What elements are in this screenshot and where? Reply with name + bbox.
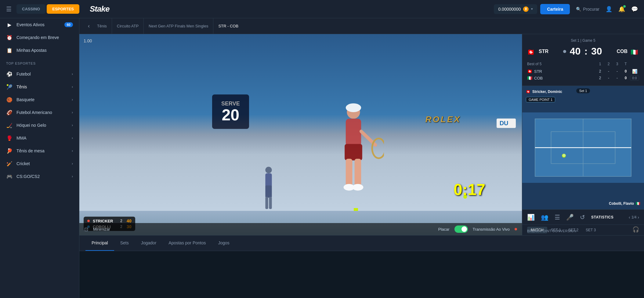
sidebar-label-apostas: Minhas Apostas — [16, 48, 73, 53]
sidebar-item-basquete[interactable]: 🏀 Basquete › — [0, 93, 79, 106]
sidebar-label-eventos: Eventos Ativos — [16, 22, 64, 27]
score-right: 30 — [591, 46, 602, 57]
arrow-icon-hoquei: › — [72, 123, 73, 127]
video-timestamp: 1.00 — [84, 38, 92, 43]
arrow-icon-tdm: › — [72, 149, 73, 153]
player1-court-flag: 🇨🇭 — [526, 90, 530, 94]
notifications-button[interactable]: 🔔 — [618, 6, 625, 12]
esportes-button[interactable]: ESPORTES — [47, 4, 79, 14]
tenis-icon: 🎾 — [6, 83, 13, 90]
breadcrumb-nextgen[interactable]: Next Gen ATP Finals Men Singles — [144, 18, 213, 34]
bar-chart-icon[interactable]: 📊 — [527, 214, 535, 221]
top-esportes-title: Top Esportes — [0, 57, 79, 68]
sidebar-label-futebol: Futebol — [16, 72, 72, 76]
tab-principal[interactable]: Principal — [85, 236, 114, 251]
search-button[interactable]: 🔍 Procurar — [576, 7, 599, 12]
breadcrumb-tenis[interactable]: Tênis — [97, 18, 112, 34]
messages-button[interactable]: 💬 — [631, 6, 638, 12]
toggle-knob — [461, 226, 467, 232]
rolex-brand: ROLEX — [425, 115, 461, 124]
str-label: STR — [539, 49, 548, 54]
balance-amount: 0.00000000 — [498, 7, 521, 12]
serve-dot — [563, 50, 566, 53]
breadcrumb-str-cob[interactable]: STR - COB — [213, 18, 243, 34]
hamburger-menu[interactable]: ☰ — [6, 5, 12, 13]
headphone-icon: 🎧 — [632, 226, 639, 233]
sidebar: ▶ Eventos Ativos 60 ⏰ Começando em Breve… — [0, 18, 79, 298]
player1-dot — [87, 220, 90, 222]
back-button[interactable]: ‹ — [85, 22, 92, 30]
sidebar-item-minhas-apostas[interactable]: 📋 Minhas Apostas — [0, 44, 79, 57]
svg-point-9 — [372, 138, 384, 158]
live-dot — [515, 228, 517, 230]
arrow-icon-mma: › — [72, 136, 73, 140]
tab-jogador[interactable]: Jogador — [135, 236, 163, 251]
minimizar-label: Minimizar — [93, 227, 110, 232]
balance-display[interactable]: 0.00000000 ₿ ▾ — [494, 4, 537, 14]
mic-icon[interactable]: 🎤 — [566, 214, 574, 221]
cob-s2: - — [604, 76, 613, 80]
sidebar-item-eventos-ativos[interactable]: ▶ Eventos Ativos 60 — [0, 18, 79, 31]
str-s1: 2 — [596, 69, 604, 73]
list-icon[interactable]: ☰ — [555, 214, 560, 221]
main-score-row: 🇨🇭 STR 40 : 30 COB 🇮🇹 — [527, 46, 639, 57]
stats-tab-set3[interactable]: SET 3 — [582, 227, 599, 233]
players-icon[interactable]: 👥 — [541, 214, 548, 221]
player2-court-name: Cobolli, Flavio — [609, 201, 634, 206]
search-label: Procurar — [583, 7, 599, 12]
sidebar-label-futebol-americano: Futebol Americano — [16, 110, 72, 115]
court-set-label: Set 1 — [576, 88, 590, 93]
cob-s3: - — [613, 76, 621, 80]
str-flag: 🇨🇭 — [527, 48, 536, 55]
stats-prev-btn[interactable]: ‹ — [629, 215, 630, 220]
scoreboard: Set 1 | Game 5 🇨🇭 STR 40 : 30 — [522, 34, 644, 86]
notification-dot — [623, 5, 626, 8]
score-center: 40 : 30 — [563, 46, 602, 57]
tab-jogos[interactable]: Jogos — [212, 236, 236, 251]
set-table: Best of 5 1 2 3 T 🇨🇭 STR 2 - - — [527, 61, 639, 81]
player1-court-label: 🇨🇭 Stricker, Dominic — [526, 90, 562, 94]
sidebar-label-tenis-de-mesa: Tênis de mesa — [16, 148, 72, 153]
sidebar-item-comecando[interactable]: ⏰ Começando em Breve — [0, 31, 79, 44]
placar-toggle[interactable] — [454, 225, 468, 233]
sidebar-item-futebol-americano[interactable]: 🏈 Futebol Americano › — [0, 106, 79, 119]
tab-apostas-por-pontos[interactable]: Apostas por Pontos — [162, 236, 212, 251]
sidebar-item-mma[interactable]: 🥊 MMA › — [0, 132, 79, 144]
sidebar-item-tenis-de-mesa[interactable]: 🏓 Tênis de mesa › — [0, 144, 79, 157]
svg-rect-13 — [265, 197, 268, 209]
arrow-icon-tenis: › — [72, 85, 73, 89]
col-t: T — [621, 62, 630, 66]
str-s2: - — [604, 69, 613, 73]
sidebar-item-hoquei[interactable]: 🏒 Hóquei no Gelo › — [0, 119, 79, 132]
breadcrumb-circuito[interactable]: Circuito ATP — [112, 18, 144, 34]
sidebar-item-tenis[interactable]: 🎾 Tênis › — [0, 80, 79, 93]
sidebar-item-futebol[interactable]: ⚽ Futebol › — [0, 68, 79, 80]
str-t: 0 — [621, 69, 630, 73]
player1-set: 2 — [120, 219, 122, 223]
set-table-header: Best of 5 1 2 3 T — [527, 61, 639, 67]
str-row-flag: 🇨🇭 — [527, 69, 532, 74]
coin-icon: ₿ — [523, 6, 529, 12]
cob-row-flag: 🇮🇹 — [527, 76, 532, 80]
casino-button[interactable]: CASSINO — [16, 4, 45, 14]
player1-name: STRICKER — [93, 219, 117, 223]
refresh-icon[interactable]: ↺ — [580, 214, 585, 221]
sidebar-item-cricket[interactable]: 🏏 Cricket › — [0, 157, 79, 170]
background-person — [256, 162, 281, 217]
svg-point-7 — [352, 184, 363, 191]
col-3: 3 — [613, 62, 621, 66]
sidebar-item-csgo[interactable]: 🎮 CS:GO/CS2 › — [0, 170, 79, 183]
stats-next-btn[interactable]: › — [638, 215, 639, 220]
col-best-of: Best of 5 — [527, 62, 596, 66]
player1-pts: 40 — [125, 218, 132, 223]
set-row-str: 🇨🇭 STR 2 - - 0 📊 — [527, 68, 639, 75]
cob-flag: 🇮🇹 — [631, 48, 639, 55]
cob-label: COB — [617, 49, 628, 54]
user-button[interactable]: 👤 — [606, 6, 612, 12]
carteira-button[interactable]: Carteira — [540, 4, 570, 14]
col-2: 2 — [604, 62, 613, 66]
search-icon: 🔍 — [576, 7, 581, 12]
svg-rect-4 — [346, 159, 352, 186]
chevron-down-icon: ▾ — [531, 7, 533, 11]
tab-sets[interactable]: Sets — [114, 236, 135, 251]
